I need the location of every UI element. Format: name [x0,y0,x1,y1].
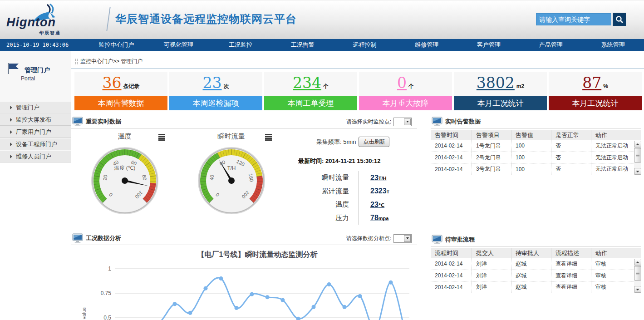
main-content: 监控中心门户>> 管理门户 36 条记录 本周告警数据 23 次 本周巡检漏项 … [71,51,644,320]
column-header: 提交人 [472,248,511,258]
stat-card-value[interactable]: 234 [293,75,321,91]
stat-card-label: 本周工单受理 [264,96,357,110]
stat-card[interactable]: 3802 m2 本月工况统计 [454,72,547,110]
chart-menu-icon[interactable] [265,134,272,141]
table-cell: 审核 [591,281,634,293]
sidebar-menu: 管理门户 监控大屏发布 厂家用户门户 设备工程师门户 维修人员门户 [0,101,71,162]
nav-timestamp: 2015-10-19 10:43:06 [0,42,85,48]
scroll-down-button[interactable] [634,286,641,293]
arrow-up-icon [636,261,639,263]
stat-card-value[interactable]: 87 [582,75,601,91]
nav-item[interactable]: 系统管理 [582,41,644,49]
reading-unit: T [387,189,390,194]
caret-right-icon [10,130,12,134]
chart-menu-icon[interactable] [158,134,165,141]
stat-card[interactable]: 0 个 本月重大故障 [359,72,452,110]
monitor-icon [72,117,83,127]
nav-item[interactable]: 可视化管理 [147,41,210,49]
scrollbar-thumb[interactable] [634,266,641,281]
chevron-down-icon [406,121,409,123]
portal-header: 管理门户 Portal [0,51,71,101]
alarm-panel-title: 实时告警数据 [445,118,481,126]
nav-item[interactable]: 客户管理 [458,41,520,49]
column-header: 流程时间 [431,249,472,257]
table-scrollbar[interactable] [634,259,641,293]
stat-card-unit: m2 [516,83,524,89]
search-icon [615,15,624,24]
nav-item[interactable]: 远程控制 [334,41,396,49]
nav-items: 监控中心门户可视化管理工况监控工况告警远程控制维修管理客户管理产品管理系统管理 [85,41,644,49]
table-cell: 赵城 [511,258,551,270]
brand-name-cn: 华辰智通 [39,30,61,36]
sidebar-item-label: 管理门户 [16,103,39,112]
refresh-button[interactable]: 点击刷新 [359,137,389,147]
approval-table: 流程时间提交人待审批人流程描述动作 2014-02-14刘洋赵城查看详细审核20… [431,248,641,293]
reading-unit: ℃ [379,202,384,208]
search-input[interactable] [536,13,611,25]
scroll-down-button[interactable] [634,168,641,175]
table-row[interactable]: 2014-02-141号龙门吊100否无法正常启动 [431,140,634,152]
gauges-row: 温度 020406080100温度 (℃) 瞬时流量 0408012016020… [71,128,417,232]
table-row[interactable]: 2014-02-14刘洋赵城查看详细审核 [431,281,634,293]
table-cell: 2014-02-14 [431,143,472,149]
table-row[interactable]: 2014-02-142号龙门吊100否无法正常启动 [431,152,634,164]
table-row[interactable]: 2014-02-14刘洋赵城查看详细审核 [431,270,634,282]
stat-card[interactable]: 36 条记录 本周告警数据 [74,72,167,110]
scroll-up-button[interactable] [634,259,641,266]
sidebar-item[interactable]: 监控大屏发布 [0,113,71,126]
caret-right-icon [10,118,12,122]
info-separator [296,170,411,170]
alarm-table-header: 告警时间告警项目告警值是否正常动作 [431,130,641,140]
analysis-point-select[interactable] [393,234,412,243]
table-row[interactable]: 2014-02-14刘洋赵城查看详细审核 [431,258,634,270]
scroll-up-button[interactable] [634,141,641,148]
readings-list: 瞬时流量 23T/H 累计流量 2323T 温度 23℃ 压力 78mpa [295,171,415,225]
scrollbar-thumb[interactable] [634,148,641,162]
table-row[interactable]: 2014-02-143号龙门吊100否无法正常启动 [431,163,634,175]
table-scrollbar[interactable] [634,141,641,175]
table-cell: 否 [551,152,591,163]
table-cell: 无法正常启动 [591,140,634,152]
table-cell: 查看详细 [551,281,591,293]
stat-card[interactable]: 234 个 本周工单受理 [264,72,357,110]
stat-card[interactable]: 87 % 本月工况统计 [549,72,642,110]
stat-card-value[interactable]: 0 [397,75,407,91]
sidebar: 管理门户 Portal 管理门户 监控大屏发布 厂家用户门户 设备工程师门户 维… [0,51,71,320]
nav-item[interactable]: 产品管理 [520,41,582,49]
column-header: 流程描述 [551,248,591,258]
realtime-point-select[interactable] [393,118,412,126]
latest-time-label: 最新时间: 2014-11-21 15:30:12 [298,157,415,165]
table-cell: 否 [551,163,591,175]
svg-text:温度 (℃): 温度 (℃) [113,165,135,171]
table-cell: 2号龙门吊 [472,152,511,163]
brand-logo[interactable]: Hignton 华辰智通 [4,4,108,37]
column-header: 告警时间 [431,131,472,139]
select-dropdown-button[interactable] [404,235,411,242]
sidebar-item[interactable]: 厂家用户门户 [0,126,71,138]
stat-card-unit: % [603,83,608,89]
search-button[interactable] [613,13,626,26]
reading-value: 23T/H [359,174,387,182]
svg-text:T/H: T/H [227,165,236,171]
nav-item[interactable]: 维修管理 [396,41,458,49]
table-cell: 审核 [591,258,634,270]
stat-card-value[interactable]: 36 [103,75,122,91]
nav-item[interactable]: 工况告警 [271,41,334,49]
realtime-info-block: 采集频率: 5min 点击刷新 最新时间: 2014-11-21 15:30:1… [285,128,417,232]
select-dropdown-button[interactable] [404,118,411,125]
table-cell: 刘洋 [472,281,511,293]
nav-item[interactable]: 工况监控 [210,41,272,49]
stat-card[interactable]: 23 次 本周巡检漏项 [169,72,262,110]
table-cell: 1号龙门吊 [472,140,511,152]
monitor-icon [72,233,83,243]
table-cell: 2014-02-14 [431,166,472,172]
stat-card-value[interactable]: 23 [203,75,222,91]
sidebar-item[interactable]: 设备工程师门户 [0,138,71,150]
nav-item[interactable]: 监控中心门户 [85,41,147,49]
sidebar-item[interactable]: 维修人员门户 [0,150,71,162]
sidebar-item[interactable]: 管理门户 [0,101,71,113]
table-cell: 无法正常启动 [591,163,634,175]
stat-card-value[interactable]: 3802 [477,75,515,91]
reading-row: 瞬时流量 23T/H [295,171,415,185]
arrow-down-icon [636,171,639,172]
